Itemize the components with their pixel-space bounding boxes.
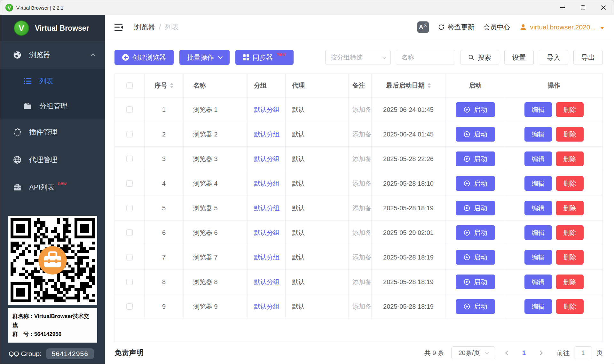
close-button[interactable]: [593, 0, 614, 15]
edit-button[interactable]: 编辑: [524, 299, 552, 314]
note-cell[interactable]: 添加备: [349, 122, 372, 147]
note-cell[interactable]: 添加备: [349, 171, 372, 196]
group-link[interactable]: 默认分组: [254, 179, 279, 188]
batch-operation-button[interactable]: 批量操作: [179, 50, 230, 65]
note-cell[interactable]: 添加备: [349, 221, 372, 245]
breadcrumb-browser[interactable]: 浏览器: [134, 22, 155, 32]
import-button[interactable]: 导入: [539, 50, 568, 65]
group-link[interactable]: 默认分组: [254, 130, 279, 139]
sidebar-item-list[interactable]: 列表: [0, 69, 105, 94]
page-size-select[interactable]: 20条/页: [451, 346, 495, 359]
launch-button[interactable]: 启动: [456, 275, 495, 289]
group-link[interactable]: 默认分组: [254, 105, 279, 114]
row-checkbox-cell: [115, 97, 145, 122]
note-cell[interactable]: 添加备: [349, 245, 372, 270]
current-page[interactable]: 1: [522, 349, 526, 357]
qq-group-footer: QQ Group: 564142956: [0, 343, 105, 364]
launch-button[interactable]: 启动: [456, 176, 495, 191]
launch-button[interactable]: 启动: [456, 250, 495, 265]
edit-button[interactable]: 编辑: [524, 102, 552, 117]
group-link[interactable]: 默认分组: [254, 155, 279, 163]
group-filter-select[interactable]: 按分组筛选: [325, 50, 391, 65]
goto-page-input[interactable]: [574, 346, 592, 359]
titlebar: V Virtual Browser | 2.2.1: [0, 0, 614, 15]
last-launch-date: 2025-06-24 01:45: [372, 122, 445, 147]
check-update-link[interactable]: 检查更新: [438, 23, 475, 32]
maximize-button[interactable]: [573, 0, 593, 15]
launch-cell: 启动: [445, 221, 505, 245]
group-link[interactable]: 默认分组: [254, 278, 279, 286]
proxy-value: 默认: [286, 270, 349, 294]
proxy-value: 默认: [286, 147, 349, 171]
sidebar-item-plugin-management[interactable]: 插件管理: [0, 119, 105, 146]
row-index: 9: [145, 294, 184, 319]
edit-button[interactable]: 编辑: [524, 176, 552, 191]
edit-button[interactable]: 编辑: [524, 201, 552, 215]
note-cell[interactable]: 添加备: [349, 196, 372, 221]
row-checkbox[interactable]: [126, 229, 133, 236]
group-link[interactable]: 默认分组: [254, 204, 279, 213]
prev-page-button[interactable]: [505, 350, 510, 355]
create-browser-button[interactable]: 创建浏览器: [114, 50, 174, 65]
edit-button[interactable]: 编辑: [524, 275, 552, 289]
group-link[interactable]: 默认分组: [254, 302, 279, 311]
launch-button[interactable]: 启动: [456, 102, 495, 117]
delete-button[interactable]: 删除: [556, 127, 584, 142]
delete-button[interactable]: 删除: [556, 102, 584, 117]
export-button[interactable]: 导出: [573, 50, 603, 65]
search-button[interactable]: 搜索: [460, 50, 499, 65]
launch-button[interactable]: 启动: [456, 127, 495, 142]
settings-button[interactable]: 设置: [504, 50, 534, 65]
group-link[interactable]: 默认分组: [254, 253, 279, 262]
play-icon: [463, 180, 470, 187]
row-checkbox[interactable]: [126, 254, 133, 260]
edit-button[interactable]: 编辑: [524, 250, 552, 265]
row-checkbox[interactable]: [126, 180, 133, 187]
header-last-launch[interactable]: 最后启动日期: [372, 74, 445, 97]
sort-icon[interactable]: [428, 83, 431, 88]
member-center-link[interactable]: 会员中心: [484, 23, 510, 32]
header-no[interactable]: 序号: [145, 74, 184, 97]
sidebar-item-proxy-management[interactable]: 代理管理 new: [0, 146, 105, 174]
row-checkbox[interactable]: [126, 156, 133, 162]
next-page-button[interactable]: [538, 350, 543, 355]
group-link[interactable]: 默认分组: [254, 228, 279, 237]
note-cell[interactable]: 添加备: [349, 270, 372, 294]
row-checkbox[interactable]: [126, 279, 133, 285]
launch-button[interactable]: 启动: [456, 299, 495, 314]
edit-button[interactable]: 编辑: [524, 127, 552, 142]
sidebar-item-browser[interactable]: 浏览器: [0, 41, 105, 69]
edit-button[interactable]: 编辑: [524, 151, 552, 166]
delete-button[interactable]: 删除: [556, 151, 584, 166]
sidebar-item-group-management[interactable]: 分组管理: [0, 94, 105, 119]
sort-icon[interactable]: [170, 83, 173, 88]
delete-button[interactable]: 删除: [556, 250, 584, 265]
language-icon[interactable]: A文: [417, 21, 429, 33]
group-cell: 默认分组: [248, 171, 286, 196]
row-checkbox[interactable]: [126, 303, 133, 310]
launch-button[interactable]: 启动: [456, 201, 495, 215]
disclaimer-link[interactable]: 免责声明: [114, 348, 144, 358]
row-checkbox[interactable]: [126, 106, 133, 113]
sidebar-item-api-list[interactable]: API列表 new: [0, 174, 105, 201]
name-search-input[interactable]: [396, 50, 455, 65]
synchronizer-button[interactable]: 同步器 new: [235, 50, 294, 65]
edit-button[interactable]: 编辑: [524, 225, 552, 240]
menu-fold-icon[interactable]: [114, 23, 123, 31]
delete-button[interactable]: 删除: [556, 201, 584, 215]
row-checkbox[interactable]: [126, 131, 133, 137]
launch-button[interactable]: 启动: [456, 225, 495, 240]
select-all-checkbox[interactable]: [126, 82, 133, 89]
minimize-button[interactable]: [552, 0, 573, 15]
launch-button[interactable]: 启动: [456, 151, 495, 166]
note-cell[interactable]: 添加备: [349, 294, 372, 319]
delete-button[interactable]: 删除: [556, 275, 584, 289]
note-cell[interactable]: 添加备: [349, 97, 372, 122]
row-checkbox[interactable]: [126, 205, 133, 211]
delete-button[interactable]: 删除: [556, 225, 584, 240]
last-launch-date: 2025-05-28 18:19: [372, 196, 445, 221]
delete-button[interactable]: 删除: [556, 299, 584, 314]
delete-button[interactable]: 删除: [556, 176, 584, 191]
note-cell[interactable]: 添加备: [349, 147, 372, 171]
account-menu[interactable]: virtual.browser.2020...: [519, 23, 604, 31]
